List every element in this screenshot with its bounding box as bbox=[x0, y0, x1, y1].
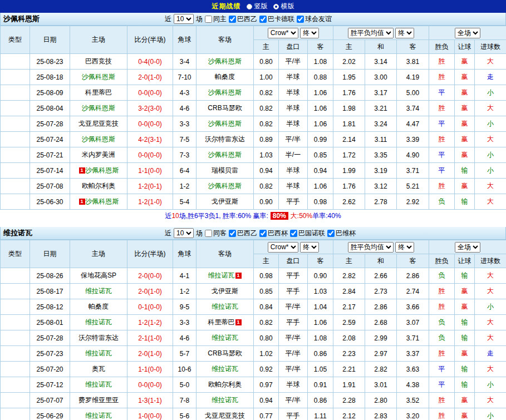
radio-unchecked-icon[interactable] bbox=[247, 4, 252, 9]
team-link[interactable]: 沃尔特雷东达 bbox=[78, 334, 119, 342]
avg-lose-cell: 3.74 bbox=[397, 101, 429, 116]
away-team-cell: 戈亚尼亚竞技 bbox=[196, 408, 254, 420]
avg-draw-cell: 2.78 bbox=[365, 194, 397, 210]
view-option-vertical[interactable]: 竖版 bbox=[247, 2, 268, 11]
league-filter-checkbox[interactable] bbox=[290, 230, 297, 237]
odds-stage-select[interactable]: 终 bbox=[300, 28, 319, 38]
league-filter-checkbox[interactable] bbox=[229, 16, 236, 23]
match-row: 巴西乙25-07-21米内罗美洲0-0(0-0)7-3沙佩科恩斯1.03半/一0… bbox=[1, 147, 506, 163]
team-link[interactable]: 沙佩科恩斯 bbox=[86, 166, 119, 174]
team-link[interactable]: 维拉诺瓦 bbox=[85, 287, 112, 295]
league-filter-label: 同客 bbox=[213, 229, 227, 238]
league-filter-checkbox[interactable] bbox=[259, 230, 267, 237]
view-option-horizontal[interactable]: 横版 bbox=[273, 2, 294, 11]
handicap-result-cell: 赢 bbox=[455, 70, 475, 85]
team-link[interactable]: 保地花高SP bbox=[81, 271, 116, 279]
team-link[interactable]: 维拉诺瓦 bbox=[212, 365, 238, 373]
handicap-cell: 半/一 bbox=[279, 147, 308, 163]
team-link[interactable]: 沙佩科恩斯 bbox=[82, 73, 115, 81]
match-count-select[interactable]: 10 bbox=[174, 228, 194, 238]
team-link[interactable]: 维拉诺瓦 bbox=[212, 303, 238, 310]
team-link[interactable]: 米内罗美洲 bbox=[82, 151, 115, 159]
league-filter-3[interactable]: 球会友谊 bbox=[297, 14, 332, 24]
team-link[interactable]: 戈亚尼亚竞技 bbox=[205, 412, 245, 419]
subcol-0: 主 bbox=[254, 254, 279, 268]
team-link[interactable]: 戈亚尼亚竞技 bbox=[78, 120, 119, 127]
handicap-result-cell: 赢 bbox=[455, 147, 475, 163]
avg-draw-cell: 3.17 bbox=[365, 85, 397, 101]
team-link[interactable]: 维拉诺瓦 bbox=[208, 271, 235, 279]
odds-stage-select[interactable]: 终 bbox=[300, 242, 319, 253]
league-filter-checkbox[interactable] bbox=[229, 230, 236, 237]
league-filter-2[interactable]: 巴卡德联 bbox=[259, 14, 294, 24]
team-link[interactable]: 沃尔特雷东达 bbox=[205, 135, 245, 143]
league-filter-checkbox[interactable] bbox=[327, 230, 335, 237]
team-link[interactable]: 戈伊亚斯 bbox=[212, 197, 238, 205]
handicap-cell: 平手 bbox=[279, 194, 308, 210]
team-link[interactable]: 沙佩科恩斯 bbox=[208, 120, 242, 127]
team-link[interactable]: 沙佩科恩斯 bbox=[208, 88, 242, 96]
league-filter-3[interactable]: 巴国诺联 bbox=[290, 229, 325, 238]
league-filter-checkbox[interactable] bbox=[205, 16, 212, 23]
scope-select[interactable]: 全场 bbox=[455, 28, 480, 38]
league-filter-checkbox[interactable] bbox=[205, 230, 212, 237]
team-link[interactable]: 沙佩科恩斯 bbox=[82, 135, 115, 143]
team-link[interactable]: 维拉诺瓦 bbox=[85, 412, 112, 419]
team-link[interactable]: 欧帕尔利奥 bbox=[208, 381, 242, 388]
home-team-cell: 欧帕尔利奥 bbox=[70, 179, 127, 194]
team-link[interactable]: 帕桑度 bbox=[89, 303, 109, 310]
radio-checked-icon[interactable] bbox=[273, 4, 279, 9]
team-link[interactable]: CRB马瑟欧 bbox=[208, 349, 242, 357]
filter-bar: 沙佩科恩斯 近10场同主巴西乙巴卡德联球会友谊 bbox=[0, 13, 506, 26]
match-row: 巴西乙25-07-08欧帕尔利奥1-2(0-1)1-2沙佩科恩斯0.82半球1.… bbox=[1, 179, 506, 194]
team-link[interactable]: 维拉诺瓦 bbox=[212, 334, 238, 342]
team-link[interactable]: 科里蒂巴 bbox=[85, 88, 112, 96]
match-row: 巴西乙25-07-141沙佩科恩斯1-1(0-0)6-4瑞模贝雷0.94半球0.… bbox=[1, 163, 506, 179]
team-link[interactable]: 科里蒂巴 bbox=[208, 318, 235, 326]
team-link[interactable]: 沙佩科恩斯 bbox=[86, 197, 119, 205]
team-link[interactable]: 沙佩科恩斯 bbox=[208, 151, 242, 159]
league-filter-4[interactable]: 巴维杯 bbox=[327, 229, 356, 238]
odds-away-cell: 0.99 bbox=[308, 132, 333, 147]
team-link[interactable]: 巴西竞技 bbox=[85, 57, 112, 65]
league-filter-2[interactable]: 巴西杯 bbox=[259, 229, 288, 238]
team-link[interactable]: 戈伊亚斯 bbox=[212, 287, 238, 295]
league-filter-checkbox[interactable] bbox=[259, 16, 267, 23]
corner-cell: 5-0 bbox=[173, 377, 196, 393]
team-link[interactable]: 瑞模贝雷 bbox=[212, 166, 238, 174]
away-team-cell: CRB马瑟欧 bbox=[196, 101, 254, 116]
avg-type-select[interactable]: 胜平负均值 bbox=[348, 242, 394, 253]
league-filter-1[interactable]: 巴西乙 bbox=[229, 229, 257, 238]
team-link[interactable]: 维拉诺瓦 bbox=[85, 381, 112, 388]
league-filter-1[interactable]: 巴西乙 bbox=[229, 14, 257, 24]
odds-away-cell: 1.06 bbox=[308, 101, 333, 116]
team-link[interactable]: 沙佩科恩斯 bbox=[82, 104, 115, 112]
league-filter-0[interactable]: 同主 bbox=[205, 14, 227, 24]
team-link[interactable]: CRB马瑟欧 bbox=[208, 104, 242, 112]
bookmaker-select[interactable]: Crow* bbox=[268, 242, 298, 253]
team-link[interactable]: 沙佩科恩斯 bbox=[208, 182, 242, 190]
team-link[interactable]: 欧帕尔利奥 bbox=[82, 182, 115, 190]
league-filter-0[interactable]: 同客 bbox=[205, 229, 227, 238]
avg-win-cell: 1.72 bbox=[333, 147, 365, 163]
match-count-select[interactable]: 10 bbox=[174, 14, 194, 24]
league-filter-checkbox[interactable] bbox=[297, 16, 304, 23]
avg-lose-cell: 3.81 bbox=[397, 54, 429, 70]
avg-draw-cell: 2.82 bbox=[365, 362, 397, 377]
team-link[interactable]: 帕桑度 bbox=[215, 73, 235, 81]
goals-result-cell: 走 bbox=[475, 346, 506, 362]
bookmaker-select[interactable]: Crow* bbox=[268, 28, 298, 38]
avg-type-select[interactable]: 胜平负均值 bbox=[348, 28, 394, 38]
team-link[interactable]: 奥瓦 bbox=[92, 365, 105, 373]
scope-select[interactable]: 全场 bbox=[455, 242, 480, 253]
subcol-7: 让球 bbox=[455, 254, 475, 268]
avg-draw-cell: 3.12 bbox=[365, 179, 397, 194]
team-link[interactable]: 费罗维亚里亚 bbox=[78, 396, 119, 404]
team-link[interactable]: 维拉诺瓦 bbox=[85, 349, 112, 357]
team-link[interactable]: 沙佩科恩斯 bbox=[208, 57, 242, 65]
match-row: 巴西乙25-08-18沙佩科恩斯2-0(1-0)7-10帕桑度1.00半球0.8… bbox=[1, 70, 506, 85]
avg-stage-select[interactable]: 终 bbox=[395, 28, 414, 38]
avg-stage-select[interactable]: 终 bbox=[395, 242, 414, 253]
team-link[interactable]: 维拉诺瓦 bbox=[212, 396, 238, 404]
team-link[interactable]: 维拉诺瓦 bbox=[85, 318, 112, 326]
